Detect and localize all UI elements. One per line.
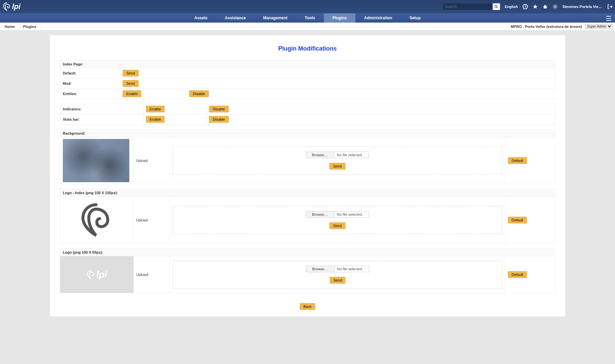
breadcrumb-plugins[interactable]: Plugins	[19, 23, 40, 30]
background-upload-box: Browse… No file selected. Send	[173, 147, 502, 175]
nav-item-plugins[interactable]: Plugins	[324, 13, 355, 23]
default-send-button[interactable]: Send	[123, 70, 139, 76]
logo-index-upload-label: Upload:	[133, 197, 170, 244]
svg-line-1	[497, 7, 498, 8]
background-file-status: No file selected.	[334, 152, 369, 158]
nav-item-management[interactable]: Management	[254, 13, 296, 23]
svg-point-5	[544, 5, 547, 9]
logo-small-header: Logo (png 100 X 55px):	[60, 249, 555, 256]
svg-text:?: ?	[524, 5, 526, 9]
indicators-disable-button[interactable]: Disable	[209, 106, 229, 112]
star-icon[interactable]	[533, 4, 538, 9]
search-icon	[494, 5, 498, 9]
stats-bar-label: Stats bar:	[60, 114, 143, 125]
nav-menu: Assets Assistance Management Tools Plugi…	[186, 13, 430, 23]
svg-line-6	[543, 6, 544, 7]
mod-send-button[interactable]: Send	[123, 80, 139, 87]
gear-icon[interactable]	[553, 4, 558, 9]
logo-index-file-input[interactable]: Browse… No file selected.	[306, 211, 369, 218]
nav-item-assistance[interactable]: Assistance	[216, 13, 254, 23]
logout-icon[interactable]	[607, 4, 612, 9]
breadcrumb-home[interactable]: Home	[3, 23, 19, 30]
help-icon[interactable]: ?	[523, 4, 528, 9]
svg-line-10	[545, 5, 545, 6]
breadcrumb-bar: Home Plugins MPRO - Porto Velho (estrutu…	[0, 23, 615, 31]
mod-label: Mod:	[60, 78, 120, 89]
svg-point-12	[554, 6, 556, 8]
section-indicators: Indicators: Enable Disable Stats bar: En…	[60, 104, 555, 125]
back-button[interactable]: Back	[300, 303, 315, 310]
svg-line-8	[543, 8, 544, 8]
search-input[interactable]	[443, 3, 493, 10]
nav-item-assets[interactable]: Assets	[186, 13, 216, 23]
logo-small-browse-button[interactable]: Browse…	[306, 266, 334, 272]
logo-index-upload-box: Browse… No file selected. Send	[173, 206, 502, 234]
user-name[interactable]: Stevenes Portela Vie …	[562, 5, 602, 9]
top-bar: lpi English ? Stevenes Portela Vie …	[0, 0, 615, 13]
hamburger-icon[interactable]: ☰	[606, 15, 612, 23]
nav-item-administration[interactable]: Administration	[355, 13, 401, 23]
search-box	[443, 3, 500, 10]
nav-bar: Assets Assistance Management Tools Plugi…	[0, 13, 615, 23]
nav-item-tools[interactable]: Tools	[296, 13, 324, 23]
svg-line-7	[546, 6, 547, 7]
svg-point-0	[495, 5, 497, 8]
logo-small-upload-box: Browse… No file selected. Send	[173, 261, 502, 289]
profile-select[interactable]: Super-Admin	[585, 24, 612, 29]
section-index-page: Index Page: Default: Send Mod: Send Enti…	[60, 60, 555, 99]
bug-icon[interactable]	[543, 4, 548, 9]
logo-small-file-input[interactable]: Browse… No file selected.	[306, 266, 369, 272]
search-button[interactable]	[493, 3, 500, 10]
page-title: Plugin Modifications	[50, 35, 565, 60]
logo-text: lpi	[12, 2, 21, 11]
background-send-button[interactable]: Send	[329, 163, 345, 170]
background-browse-button[interactable]: Browse…	[306, 152, 334, 158]
language-switch[interactable]: English	[505, 5, 518, 9]
logo-small-preview: lpi	[60, 256, 133, 293]
svg-marker-4	[533, 4, 538, 9]
section-logo-small: Logo (png 100 X 55px): lpi Upload: Brows…	[60, 248, 555, 293]
default-label: Default:	[60, 68, 120, 78]
indicators-enable-button[interactable]: Enable	[146, 106, 165, 112]
section-logo-index: Logo - Index (png 150 X 150px): Upload: …	[60, 189, 555, 244]
logo-index-send-button[interactable]: Send	[329, 222, 345, 229]
logo-index-default-button[interactable]: Default	[508, 217, 527, 223]
section-background: Background: Upload: Browse… No file sele…	[60, 129, 555, 184]
logo-small-send-button[interactable]: Send	[330, 277, 346, 284]
app-logo[interactable]: lpi	[3, 2, 21, 11]
logo-small-file-status: No file selected.	[334, 266, 369, 272]
logo-index-preview	[63, 198, 129, 242]
background-default-button[interactable]: Default	[508, 157, 527, 164]
entity-label[interactable]: MPRO - Porto Velho (estrutura de árvore)	[511, 25, 582, 29]
background-upload-label: Upload:	[133, 137, 170, 184]
logo-index-file-status: No file selected.	[334, 211, 369, 217]
background-preview	[63, 139, 129, 182]
logo-small-upload-label: Upload:	[134, 256, 170, 293]
svg-line-11	[546, 5, 546, 6]
background-header: Background:	[60, 130, 555, 137]
stats-bar-enable-button[interactable]: Enable	[146, 116, 165, 123]
index-page-header: Index Page:	[60, 61, 555, 68]
breadcrumb: Home Plugins	[3, 23, 40, 30]
logo-small-default-button[interactable]: Default	[508, 271, 527, 278]
logo-index-header: Logo - Index (png 150 X 150px):	[60, 189, 555, 197]
entities-enable-button[interactable]: Enable	[123, 90, 141, 97]
logo-index-browse-button[interactable]: Browse…	[306, 211, 334, 217]
background-file-input[interactable]: Browse… No file selected.	[306, 152, 369, 158]
stats-bar-disable-button[interactable]: Disable	[209, 116, 229, 123]
entities-label: Entities:	[60, 89, 120, 99]
main-content: Plugin Modifications Index Page: Default…	[50, 35, 565, 316]
nav-item-setup[interactable]: Setup	[401, 13, 429, 23]
indicators-label: Indicators:	[60, 104, 143, 114]
entities-disable-button[interactable]: Disable	[189, 90, 209, 97]
svg-line-9	[546, 8, 547, 8]
